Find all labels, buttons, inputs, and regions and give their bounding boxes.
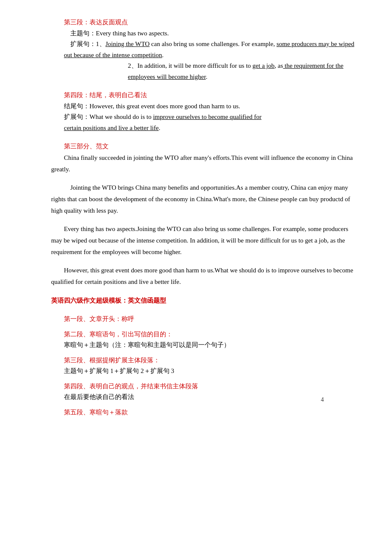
para3-expansion2: 2、In addition, it will be more difficult… <box>51 61 358 82</box>
fanwen-para3: Every thing has two aspects.Joining the … <box>51 223 358 258</box>
fanwen-para2: Jointing the WTO brings China many benef… <box>51 182 358 217</box>
fanwen-heading: 第三部分、范文 <box>64 143 109 150</box>
para3-topic: 主题句：Every thing has two aspects. <box>51 28 358 39</box>
section-para3: 第三段：表达反面观点 主题句：Every thing has two aspec… <box>51 17 358 82</box>
outline-item-3: 第三段、根据提纲扩展主体段落： 主题句＋扩展句 1＋扩展句 2＋扩展句 3 <box>51 355 358 377</box>
para3-exp2-underline1: get a job <box>253 62 275 69</box>
section-template-heading: 英语四六级作文超级模板：英文信函题型 <box>51 295 358 306</box>
para3-heading: 第三段：表达反面观点 <box>64 19 128 26</box>
para3-expansion1: 扩展句：1、Joining the WTO can also bring us … <box>51 39 358 61</box>
outline-item-1: 第一段、文章开头：称呼 <box>51 314 358 325</box>
fanwen-para4: However, this great event does more good… <box>51 265 358 288</box>
fanwen-para1: China finally succeeded in jointing the … <box>51 152 358 175</box>
section-para4: 第四段：结尾，表明自己看法 结尾句：However, this great ev… <box>51 90 358 133</box>
outline-2-heading: 第二段、寒暄语句，引出写信的目的： <box>64 331 173 338</box>
outline-item-4: 第四段、表明自己的观点，并结束书信主体段落 在最后要他谈自己的看法 <box>51 381 358 403</box>
outline-3-heading: 第三段、根据提纲扩展主体段落： <box>64 357 160 364</box>
template-heading: 英语四六级作文超级模板：英文信函题型 <box>51 297 166 304</box>
section-outline: 第一段、文章开头：称呼 第二段、寒暄语句，引出写信的目的： 寒暄句＋主题句（注：… <box>51 314 358 418</box>
outline-1-heading: 第一段、文章开头：称呼 <box>64 315 134 322</box>
para4-conclusion: 结尾句：However, this great event does more … <box>51 101 358 112</box>
para4-heading: 第四段：结尾，表明自己看法 <box>64 92 147 98</box>
outline-3-body: 主题句＋扩展句 1＋扩展句 2＋扩展句 3 <box>51 366 358 377</box>
para3-exp1-underline1: Joining the WTO <box>106 40 150 47</box>
para3-exp2-underline2: the requirement for the employees will b… <box>128 62 343 80</box>
outline-5-heading: 第五段、寒暄句＋落款 <box>64 409 128 416</box>
para4-exp-underline: improve ourselves to become qualified fo… <box>64 113 262 131</box>
section-fanwen: 第三部分、范文 China finally succeeded in joint… <box>51 141 358 288</box>
outline-item-5: 第五段、寒暄句＋落款 <box>51 407 358 418</box>
page-number: 4 <box>321 395 324 405</box>
outline-item-2: 第二段、寒暄语句，引出写信的目的： 寒暄句＋主题句（注：寒暄句和主题句可以是同一… <box>51 329 358 351</box>
outline-4-heading: 第四段、表明自己的观点，并结束书信主体段落 <box>64 383 198 390</box>
outline-4-body: 在最后要他谈自己的看法 <box>51 392 358 403</box>
outline-2-body: 寒暄句＋主题句（注：寒暄句和主题句可以是同一个句子） <box>51 340 358 351</box>
para4-expansion: 扩展句：What we should do is to improve ours… <box>51 112 358 133</box>
